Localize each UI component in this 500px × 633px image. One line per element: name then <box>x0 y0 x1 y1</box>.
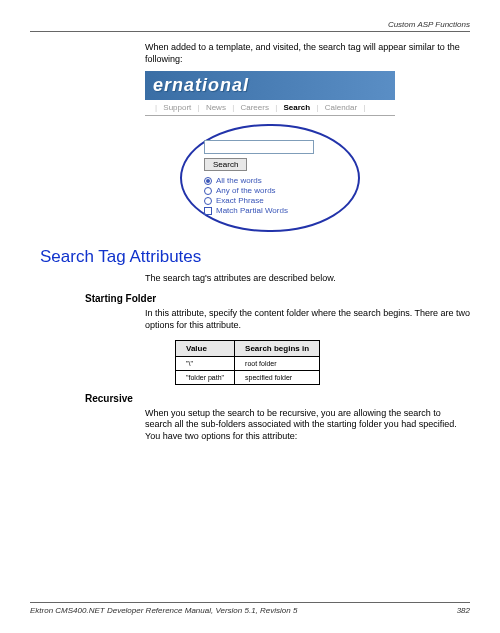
section-heading: Search Tag Attributes <box>40 247 470 267</box>
header-divider <box>30 31 470 32</box>
radio-option[interactable]: Any of the words <box>204 186 336 195</box>
screenshot-mock: ernational | Support | News | Careers | … <box>145 71 395 232</box>
search-panel: Search All the words Any of the words Ex… <box>180 124 360 232</box>
table-cell: "folder path" <box>176 370 235 384</box>
table-header: Value <box>176 340 235 356</box>
radio-option[interactable]: All the words <box>204 176 336 185</box>
radio-label: Exact Phrase <box>216 196 264 205</box>
radio-icon <box>204 187 212 195</box>
search-input[interactable] <box>204 140 314 154</box>
radio-option[interactable]: Exact Phrase <box>204 196 336 205</box>
subsection-body: When you setup the search to be recursiv… <box>145 408 470 443</box>
nav-item-active: Search <box>283 103 310 112</box>
nav-item: Calendar <box>325 103 357 112</box>
nav-bar: | Support | News | Careers | Search | Ca… <box>145 100 395 116</box>
subsection-heading: Recursive <box>85 393 470 404</box>
subsection-heading: Starting Folder <box>85 293 470 304</box>
intro-paragraph: When added to a template, and visited, t… <box>145 42 470 65</box>
page-number: 382 <box>457 606 470 615</box>
checkbox-icon <box>204 207 212 215</box>
nav-item: Support <box>163 103 191 112</box>
nav-item: News <box>206 103 226 112</box>
table-cell: "\" <box>176 356 235 370</box>
checkbox-option[interactable]: Match Partial Words <box>204 206 336 215</box>
nav-item: Careers <box>240 103 268 112</box>
checkbox-label: Match Partial Words <box>216 206 288 215</box>
table-row: "\" root folder <box>176 356 320 370</box>
section-body: The search tag's attributes are describe… <box>145 273 470 283</box>
page-footer: Ektron CMS400.NET Developer Reference Ma… <box>30 602 470 615</box>
radio-label: All the words <box>216 176 262 185</box>
subsection-body: In this attribute, specify the content f… <box>145 308 470 331</box>
footer-title: Ektron CMS400.NET Developer Reference Ma… <box>30 606 297 615</box>
table-cell: root folder <box>235 356 320 370</box>
radio-icon <box>204 177 212 185</box>
table-header: Search begins in <box>235 340 320 356</box>
banner: ernational <box>145 71 395 100</box>
search-button[interactable]: Search <box>204 158 247 171</box>
table-row: "folder path" specified folder <box>176 370 320 384</box>
radio-label: Any of the words <box>216 186 276 195</box>
page-header-category: Custom ASP Functions <box>30 20 470 29</box>
radio-icon <box>204 197 212 205</box>
attribute-table: Value Search begins in "\" root folder "… <box>175 340 320 385</box>
table-cell: specified folder <box>235 370 320 384</box>
